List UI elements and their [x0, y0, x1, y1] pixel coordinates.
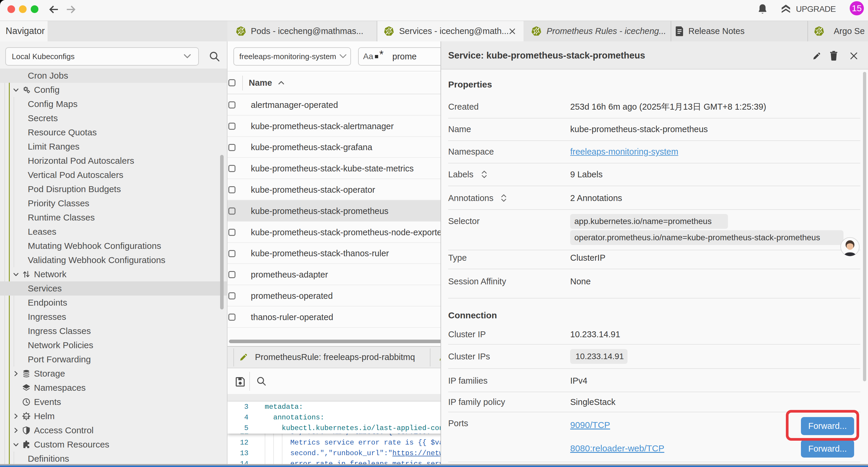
svg-text:HELM: HELM: [23, 415, 29, 418]
